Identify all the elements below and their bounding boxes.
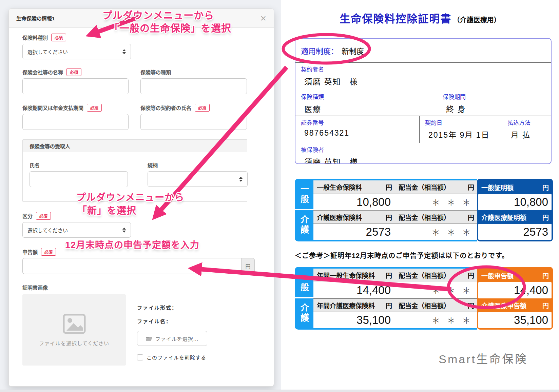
- file-dropzone[interactable]: ファイルを選択してください: [22, 294, 126, 366]
- required-badge: 必須: [36, 212, 51, 220]
- insurance-kind-label: 保険等の種類: [140, 68, 171, 76]
- table1-certified-general-header: 一般証明額: [481, 183, 514, 192]
- table2-declared-general-value: 14,400: [478, 282, 552, 298]
- cert-contractor-value: 須磨 英知 様: [295, 73, 551, 87]
- period-input[interactable]: [22, 114, 129, 130]
- type-period-row: 保険種類 医療 保険期間 終 身: [295, 90, 551, 116]
- company-label: 保険会社等の名称: [22, 68, 63, 76]
- recipient-fieldset: 保険金等の受取人 氏名 続柄: [22, 139, 247, 202]
- insured-label: 被保険者: [295, 143, 551, 154]
- table1-certified-kaigo-value: 2573: [478, 224, 552, 240]
- certificate-title-row: 生命保険料控除証明書 （介護医療用）: [281, 10, 559, 25]
- dialog-title: 生命保険の情報1: [16, 15, 55, 22]
- table2-r1-dividend-header: 配当金（相当額）: [399, 271, 450, 280]
- insurance-period-label: 保険期間: [437, 90, 551, 101]
- table1-certified-kaigo-header: 介護医療証明額: [481, 213, 526, 222]
- table2-r2-dividend-header: 配当金（相当額）: [399, 301, 450, 310]
- certificate-title-suffix: （介護医療用）: [453, 16, 501, 24]
- premium-type-label-row: 保険料種別 必須: [22, 34, 260, 41]
- table2-declared-general-header: 一般申告額: [481, 271, 514, 280]
- dialog-header: 生命保険の情報1 ×: [9, 9, 274, 28]
- required-badge: 必須: [195, 104, 210, 112]
- yen-unit: 円: [468, 182, 474, 192]
- file-select-button-label: ファイルを選択...: [155, 335, 199, 342]
- company-label-row: 保険会社等の名称 必須: [22, 68, 129, 76]
- contractor-label-row: 保険等の契約者の氏名 必須: [140, 104, 247, 111]
- recipient-name-label: 氏名: [30, 161, 128, 169]
- select-caret-icon: [122, 228, 126, 233]
- recipient-name-input[interactable]: [30, 171, 128, 187]
- kubun-select[interactable]: 選択してください: [22, 222, 131, 238]
- yen-unit: 円: [468, 213, 474, 222]
- table2-r1-premium-header: 年間一般生命保険料: [317, 271, 375, 280]
- table1-r2-dividend-value: ＊ ＊ ＊: [395, 224, 477, 240]
- policy-row: 証券番号 987654321 契約日 2015年 9月 1日 払込方法 月 払: [295, 116, 551, 143]
- delete-file-checkbox[interactable]: [137, 354, 143, 360]
- table1-side-kaigo: 介護: [295, 210, 313, 240]
- relation-select[interactable]: [148, 171, 248, 187]
- certificate-document: 生命保険料控除証明書 （介護医療用） 適用制度： 新制度 契約者名 須磨 英知 …: [281, 0, 559, 392]
- declared-amount-table: 一般 介護 年間一般生命保険料 円 配当金（相当額） 円 14,400 ＊ ＊ …: [295, 267, 553, 330]
- table1-r1-dividend-value: ＊ ＊ ＊: [395, 194, 477, 210]
- payment-method-value: 月 払: [502, 126, 551, 140]
- policy-number-value: 987654321: [295, 126, 419, 138]
- table1-r2-premium-value: 2573: [313, 224, 395, 240]
- certified-amount-table: 一般 介護 一般生命保険料 円 配当金（相当額） 円 10,800 ＊ ＊ ＊ …: [295, 179, 553, 241]
- table2-r2-premium-header: 年間介護医療保険料: [317, 301, 375, 310]
- insurance-type-label: 保険種類: [295, 90, 437, 101]
- insured-row: 被保険者 須磨 英知 様: [295, 143, 551, 163]
- select-caret-icon: [239, 177, 243, 182]
- contractor-label: 保険等の契約者の氏名: [140, 104, 191, 111]
- amount-input[interactable]: [22, 258, 241, 274]
- file-select-button[interactable]: ファイルを選択...: [137, 331, 207, 346]
- table2-side-general: 一般: [295, 269, 313, 298]
- yen-unit: 円: [468, 301, 474, 310]
- amount-label-row: 申告額 必須: [22, 248, 260, 255]
- table2-declared-kaigo-value: 35,100: [478, 312, 552, 328]
- premium-type-select[interactable]: 選択してください: [22, 44, 131, 59]
- premium-type-select-value: 選択してください: [27, 48, 68, 55]
- table1-r1-premium-value: 10,800: [313, 194, 395, 210]
- required-badge: 必須: [66, 68, 81, 76]
- insurance-kind-label-row: 保険等の種類: [140, 68, 247, 76]
- period-label-row: 保険期間又は年金支払期間 必須: [22, 104, 129, 111]
- table1-side-general: 一般: [295, 180, 313, 210]
- reference-note: ＜ご参考＞証明年12月末時点のご申告予定額は以下のとおりです。: [295, 250, 509, 260]
- table1-r1-premium-header: 一般生命保険料: [317, 182, 362, 192]
- period-label: 保険期間又は年金支払期間: [22, 104, 83, 111]
- bottom-divider: [0, 390, 559, 392]
- kubun-select-value: 選択してください: [27, 227, 68, 234]
- recipient-section-header: 保険金等の受取人: [23, 140, 247, 152]
- table2-r1-dividend-value: ＊ ＊ ＊: [395, 282, 477, 298]
- premium-type-label: 保険料種別: [22, 34, 48, 41]
- yen-unit: 円: [386, 271, 392, 280]
- file-name-label: ファイル名：: [137, 317, 207, 325]
- insurance-type-value: 医療: [295, 101, 437, 114]
- close-icon[interactable]: ×: [260, 13, 266, 23]
- insurance-period-value: 終 身: [437, 101, 551, 114]
- file-placeholder-text: ファイルを選択してください: [39, 339, 109, 347]
- insurance-kind-input[interactable]: [140, 78, 247, 94]
- table1-r1-dividend-header: 配当金（相当額）: [399, 182, 450, 192]
- certificate-info-box: 適用制度： 新制度 契約者名 須磨 英知 様 保険種類 医療 保険期間 終 身 …: [295, 38, 552, 164]
- relation-label: 続柄: [148, 161, 248, 169]
- applied-system-row: 適用制度： 新制度: [295, 39, 551, 63]
- table2-r1-premium-value: 14,400: [313, 282, 395, 298]
- required-badge: 必須: [87, 104, 102, 112]
- contract-date-label: 契約日: [420, 116, 502, 126]
- table2-r2-dividend-value: ＊ ＊ ＊: [395, 312, 477, 328]
- contractor-input[interactable]: [140, 114, 247, 130]
- policy-number-label: 証券番号: [295, 116, 419, 126]
- company-input[interactable]: [22, 78, 129, 94]
- yen-unit: 円: [542, 271, 549, 280]
- yen-unit: 円: [468, 271, 474, 280]
- table2-declared-kaigo-header: 介護医療申告額: [481, 301, 526, 310]
- yen-unit: 円: [386, 182, 392, 192]
- kubun-label: 区分: [22, 212, 33, 219]
- applied-system-label: 適用制度：: [301, 45, 338, 56]
- yen-unit: 円: [386, 301, 392, 310]
- table1-certified-general-value: 10,800: [478, 194, 552, 210]
- yen-addon: 円: [241, 258, 255, 274]
- contractor-row: 契約者名 須磨 英知 様: [295, 63, 551, 90]
- yen-unit: 円: [542, 301, 549, 310]
